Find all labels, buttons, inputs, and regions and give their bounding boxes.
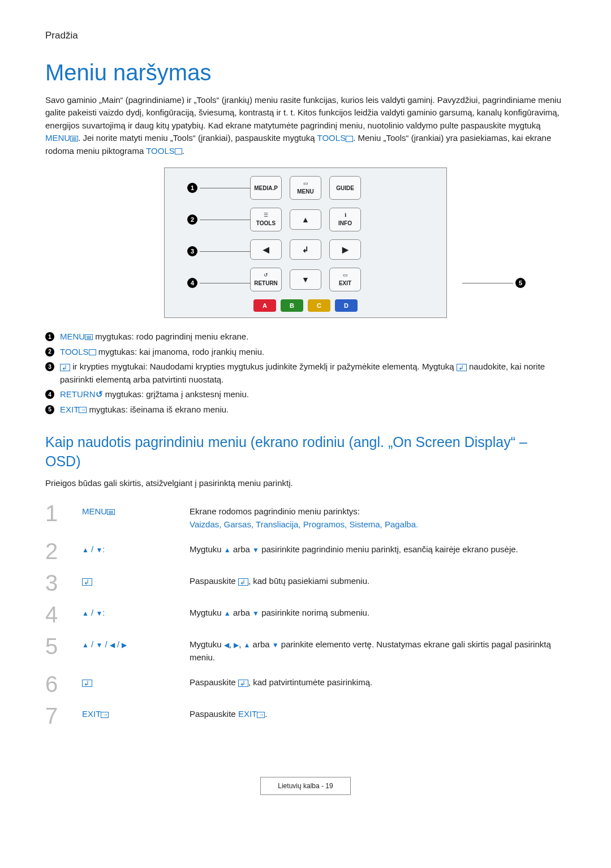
enter-icon: [457, 364, 467, 371]
remote-key-left: ◀: [250, 239, 282, 260]
remote-key-b: B: [281, 299, 303, 312]
left-icon: [224, 641, 229, 649]
tools-icon: [346, 136, 353, 142]
legend-5: 5EXIT mygtukas: išeinama iš ekrano meniu…: [45, 403, 566, 416]
remote-key-guide: GUIDE: [329, 176, 361, 200]
enter-icon: [238, 680, 248, 687]
remote-key-a: A: [253, 299, 276, 312]
legend-2: 2TOOLS mygtukas: kai įmanoma, rodo įrank…: [45, 346, 566, 359]
down-icon: [96, 546, 102, 554]
step-1: 1 MENU Ekrane rodomos pagrindinio meniu …: [45, 497, 566, 535]
remote-key-d: D: [335, 299, 358, 312]
menu-word: MENU: [45, 133, 78, 143]
exit-icon: [101, 712, 109, 718]
callout-1: 1: [187, 183, 251, 193]
remote-outline: 1 2 3 4 5 MEDIA.P ▭MENU GUIDE ☰TOOLS ▲ ℹ…: [164, 167, 447, 318]
enter-icon: [60, 364, 70, 371]
enter-icon: [82, 578, 92, 586]
up-icon: [82, 641, 89, 649]
remote-key-up: ▲: [290, 209, 321, 230]
step-4: 4 / : Mygtuku arba pasirinkite norimą su…: [45, 599, 566, 630]
callout-4: 4: [187, 278, 251, 288]
legend-1: 1MENU mygtukas: rodo pagrindinį meniu ek…: [45, 330, 566, 343]
page-title: Meniu naršymas: [45, 55, 566, 89]
down-icon: [252, 609, 259, 617]
up-icon: [244, 641, 251, 649]
remote-key-exit: ▭EXIT: [329, 268, 361, 291]
callout-5: 5: [462, 278, 526, 288]
enter-icon: [82, 680, 92, 687]
tools-icon: [89, 349, 96, 355]
intro-paragraph: Savo gaminio „Main“ (pagrindiniame) ir „…: [45, 94, 566, 158]
legend-list: 1MENU mygtukas: rodo pagrindinį meniu ek…: [45, 330, 566, 416]
remote-key-return: ↺RETURN: [250, 268, 282, 291]
step-6: 6 Paspauskite , kad patvirtintumėte pasi…: [45, 668, 566, 700]
down-icon: [96, 609, 102, 617]
remote-figure: 1 2 3 4 5 MEDIA.P ▭MENU GUIDE ☰TOOLS ▲ ℹ…: [45, 167, 566, 318]
remote-key-mediap: MEDIA.P: [250, 176, 282, 200]
legend-4: 4RETURN↺ mygtukas: grįžtama į ankstesnį …: [45, 388, 566, 401]
tools-word-2: TOOLS: [146, 146, 182, 156]
exit-icon: [257, 712, 265, 718]
step-3: 3 Paspauskite , kad būtų pasiekiami subm…: [45, 567, 566, 599]
down-icon: [252, 546, 259, 554]
remote-key-info: ℹINFO: [329, 208, 361, 231]
down-icon: [272, 641, 279, 649]
remote-key-enter: ↲: [290, 239, 321, 260]
remote-key-tools: ☰TOOLS: [250, 208, 282, 231]
tools-icon: [175, 148, 182, 154]
remote-key-right: ▶: [329, 239, 361, 260]
menu-icon: [85, 334, 93, 340]
callout-2: 2: [187, 214, 251, 225]
access-note: Prieigos būdas gali skirtis, atsižvelgia…: [45, 477, 566, 490]
up-icon: [224, 609, 231, 617]
right-icon: [234, 641, 239, 649]
step-2: 2 / : Mygtuku arba pasirinkite pagrindin…: [45, 535, 566, 567]
exit-icon: [79, 407, 87, 413]
left-icon: [110, 641, 115, 649]
tools-word: TOOLS: [317, 133, 354, 143]
remote-key-menu: ▭MENU: [290, 176, 321, 200]
down-icon: [96, 641, 102, 649]
page-footer: Lietuvių kalba - 19: [45, 777, 566, 795]
remote-key-c: C: [308, 299, 330, 312]
callout-3: 3: [187, 246, 251, 256]
return-icon: ↺: [96, 388, 103, 401]
step-7: 7 EXIT Paspauskite EXIT.: [45, 700, 566, 732]
legend-3: 3 ir krypties mygtukai: Naudodami krypti…: [45, 360, 566, 386]
section-header: Pradžia: [45, 28, 566, 43]
step-5: 5 / / / Mygtuku , , arba parinkite eleme…: [45, 630, 566, 668]
subheading-osd: Kaip naudotis pagrindiniu meniu (ekrano …: [45, 433, 566, 471]
remote-key-down: ▼: [290, 269, 321, 290]
up-icon: [224, 546, 231, 554]
enter-icon: [238, 578, 248, 586]
menu-icon: [107, 509, 115, 515]
right-icon: [122, 641, 127, 649]
up-icon: [82, 546, 89, 554]
steps-table: 1 MENU Ekrane rodomos pagrindinio meniu …: [45, 497, 566, 732]
menu-icon: [70, 136, 78, 141]
up-icon: [82, 609, 89, 617]
